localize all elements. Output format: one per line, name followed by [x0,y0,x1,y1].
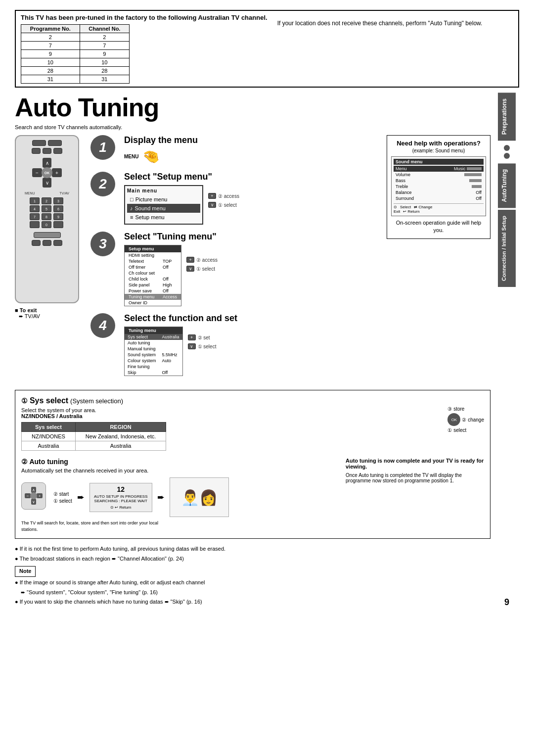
step-2-circle: 2 [90,172,115,196]
sound-menu-row-balance: Balance Off [394,189,484,195]
step-4-section: 4 Select the function and set Tuning men… [90,313,377,376]
step-2-title: Select "Setup menu" [124,172,377,182]
step-4-set-label: ② set [198,335,210,340]
step-2-section: 2 Select "Setup menu" Main menu □ Pictur… [90,172,377,225]
step-1-title: Display the menu [124,135,377,145]
tv-search-text: The TV will search for, locate, store an… [21,520,160,532]
sound-icon: ♪ [130,205,133,211]
sys-select-label: ① select [447,427,484,433]
sys-row-1-col-2: New Zealand, Indonesia, etc. [75,432,166,441]
sys-select-desc: Select the system of your area. [21,407,440,413]
notes-section: If it is not the first time to perform A… [15,545,490,607]
step-4-title: Select the function and set [124,313,377,324]
setup-menu-header: Setup menu [125,245,181,253]
sys-store-label: ③ store [447,406,484,412]
progress-line-1: AUTO SETUP IN PROGRESS [94,494,148,499]
sys-table-header-2: REGION [75,423,166,432]
auto-tuning-complete: Auto tuning is now complete and your TV … [346,458,484,483]
menu-item-setup: ≡ Setup menu [127,213,200,222]
progress-num: 12 [94,485,148,493]
sidebar-tab-preparations: Preparations [498,93,516,141]
note-3-sub: ➨ "Sound system", "Colour system", "Fine… [15,588,490,597]
picture-icon: □ [130,196,134,202]
to-exit-action: ➨ TV/AV [19,313,82,320]
to-exit-label: ■ To exit [15,307,82,313]
help-title: Need help with operations? [391,140,486,147]
note-1: If it is not the first time to perform A… [15,545,490,554]
main-menu-box: Main menu □ Picture menu ♪ Sound menu [124,185,203,225]
sys-change-label: ② change [462,417,484,423]
remote-control-illustration: ∧ ∨ − + OK MENU TV/AV 123 [15,135,79,303]
sys-row-2-col-2: Australia [75,441,166,451]
arrow-forward-icon-2: ➨ [157,492,165,503]
setup-icon: ≡ [130,214,133,220]
sound-menu-title: Sound menu [394,159,484,165]
step-2-select-label: ① select [218,202,237,208]
sidebar-tab-connection: Connection / Initial Setup [498,210,516,287]
auto-start-label: ② start [53,491,72,497]
step-3-section: 3 Select "Tuning menu" Setup menu HDMI s… [90,232,377,306]
sound-menu-row-surround: Surround Off [394,195,484,201]
top-box-note: If your location does not receive these … [277,14,483,28]
menu-item-picture: □ Picture menu [127,195,200,204]
col-header-channel: Channel No. [80,25,129,33]
note-4: If you want to skip the channels which h… [15,598,490,607]
step-3-circle: 3 [90,232,115,256]
progress-line-2: SEARCHING : PLEASE WAIT [94,499,148,503]
step-2-access-label: ② access [218,193,239,199]
complete-text: Once Auto tuning is completed the TV wil… [346,472,484,483]
step-1-circle: 1 [90,135,115,160]
top-notice-box: This TV has been pre-tuned in the factor… [15,10,519,88]
step-1-section: 1 Display the menu MENU 🤏 [90,135,377,165]
step-3-select-label: ① select [196,266,215,272]
subtitle: Search and store TV channels automatical… [15,124,490,130]
auto-select-label: ① select [53,498,72,504]
sys-select-table: Sys select REGION NZ/INDONES New Zealand… [21,422,166,451]
sound-menu-bottom: ⊙ Select ⇄ Change Exit ↩ Return [394,203,484,214]
progress-screen: 12 AUTO SETUP IN PROGRESS SEARCHING : PL… [89,483,152,512]
step-4-circle: 4 [90,313,115,338]
page-title: Auto Tuning [15,93,490,122]
sound-menu-row-bass: Bass [394,178,484,184]
note-label: Note [15,566,36,577]
step-3-access-label: ② access [196,257,218,263]
help-text: On-screen operation guide will help you. [391,219,486,235]
sidebar-tab-autotuning: AutoTuning [498,163,516,208]
menu-item-sound: ♪ Sound menu [127,204,200,213]
main-menu-title: Main menu [127,188,200,193]
to-exit-section: ■ To exit ➨ TV/AV [15,307,82,320]
sound-menu-row-menu: Menu Music [394,166,484,172]
sys-row-2-col-1: Australia [22,441,76,451]
sys-select-title: ① Sys select (System selection) [21,396,440,405]
top-notice-title: This TV has been pre-tuned in the factor… [21,14,267,21]
step-1-instruction: MENU [124,154,138,159]
help-example: (example: Sound menu) [391,148,486,153]
note-2: The broadcast stations in each region ➨ … [15,555,490,564]
step-3-title: Select "Tuning menu" [124,232,377,242]
tuning-menu-table: Tuning menu Sys selectAustralia Auto tun… [124,327,183,376]
arrow-forward-icon: ➨ [77,492,85,503]
dot-1 [504,145,510,151]
sound-menu-row-treble: Treble [394,184,484,189]
note-3: If the image or sound is strange after A… [15,578,490,587]
dot-2 [504,153,510,159]
sys-select-section: ① Sys select (System selection) Select t… [21,396,484,451]
bottom-section: ① Sys select (System selection) Select t… [15,390,490,539]
auto-tuning-sub-title: ② Auto tuning [21,458,346,466]
auto-tuning-desc: Automatically set the channels received … [21,468,346,473]
tuning-menu-header: Tuning menu [125,327,183,334]
page-number: 9 [504,592,509,608]
sound-menu-display: Sound menu Menu Music Volume Bass [391,156,486,216]
sys-table-header-1: Sys select [22,423,76,432]
help-box: Need help with operations? (example: Sou… [387,135,490,239]
auto-tuning-sub-section: ② Auto tuning Automatically set the chan… [21,458,484,532]
setup-menu-table: Setup menu HDMI setting TeletextTOP Off … [124,245,181,306]
person-illustration: 👨‍💼👩 [170,477,229,517]
sys-row-1-col-1: NZ/INDONES [22,432,76,441]
sound-menu-row-volume: Volume [394,172,484,178]
col-header-programme: Programme No. [21,25,80,33]
step-4-select-label: ① select [198,344,217,349]
channel-table: Programme No. Channel No. 22779910102828… [21,24,130,84]
complete-title: Auto tuning is now complete and your TV … [346,458,484,470]
sys-select-bold: NZ/INDONES / Australia [21,413,440,419]
